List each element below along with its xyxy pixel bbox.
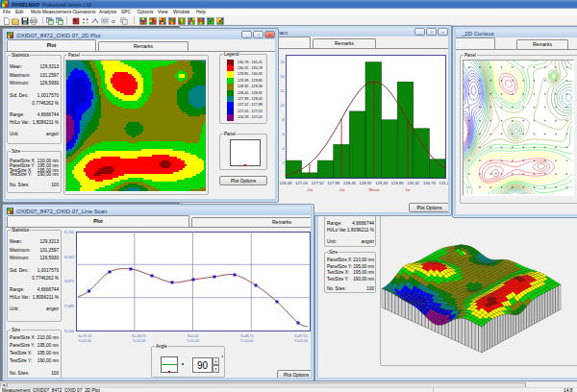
svg-text:X=0,00: X=0,00 <box>188 334 199 338</box>
svg-text:130,063: 130,063 <box>64 256 74 259</box>
svg-text:-1σ: -1σ <box>339 187 345 192</box>
svg-text:Mean: Mean <box>369 187 381 192</box>
svg-text:126,59: 126,59 <box>280 181 292 185</box>
svg-text:10: 10 <box>280 104 284 108</box>
svg-text:-2σ: -2σ <box>307 187 314 192</box>
svg-text:X=48,75: X=48,75 <box>240 334 253 338</box>
svg-text:130,32: 130,32 <box>407 181 419 185</box>
svg-text:128,875: 128,875 <box>64 280 74 283</box>
svg-text:6: 6 <box>282 133 284 136</box>
svg-text:4: 4 <box>282 147 284 151</box>
svg-text:16: 16 <box>280 61 284 64</box>
svg-text:127,99: 127,99 <box>327 181 339 185</box>
svg-text:126,500: 126,500 <box>64 330 74 333</box>
svg-text:127,05: 127,05 <box>295 181 308 185</box>
svg-text:127,688: 127,688 <box>64 305 74 308</box>
svg-text:Y=10,00: Y=10,00 <box>294 339 308 343</box>
svg-text:128,45: 128,45 <box>343 181 356 185</box>
svg-text:X=-97,50: X=-97,50 <box>78 334 92 338</box>
svg-text:129,85: 129,85 <box>391 181 404 185</box>
svg-text:2: 2 <box>282 161 284 165</box>
svg-text:X=97,50: X=97,50 <box>294 334 308 338</box>
svg-text:Y=10,00: Y=10,00 <box>240 339 253 343</box>
svg-text:131,25: 131,25 <box>439 181 448 185</box>
svg-text:Y=10,00: Y=10,00 <box>78 339 91 343</box>
svg-text:12: 12 <box>280 89 284 93</box>
svg-text:127,52: 127,52 <box>312 181 324 185</box>
svg-text:130,79: 130,79 <box>423 181 436 185</box>
svg-text:σ: σ <box>112 18 115 24</box>
svg-text:14: 14 <box>280 75 284 79</box>
svg-text:1σ: 1σ <box>405 187 410 192</box>
svg-text:Y=10,00: Y=10,00 <box>187 339 200 343</box>
svg-text:131,250: 131,250 <box>64 231 74 234</box>
svg-text:8: 8 <box>282 118 284 122</box>
svg-text:128,92: 128,92 <box>360 181 372 185</box>
svg-text:X=-48,75: X=-48,75 <box>132 334 146 338</box>
svg-text:129,39: 129,39 <box>375 181 388 185</box>
svg-text:Y=10,00: Y=10,00 <box>132 339 145 343</box>
